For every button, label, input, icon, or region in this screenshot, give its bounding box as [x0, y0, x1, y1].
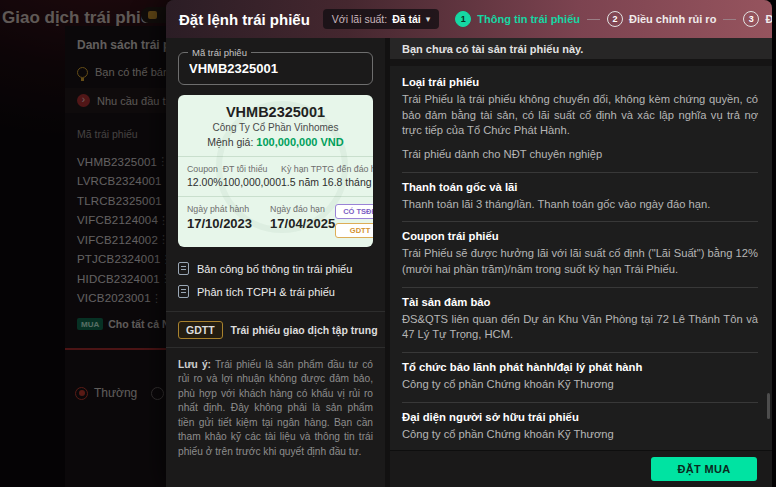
investment-demand-row[interactable]: › Nhu cầu đầu tư: Đ	[65, 88, 166, 113]
section-body: Công ty cổ phần Chứng khoán Kỹ Thương	[402, 427, 758, 443]
bond-list-item[interactable]: VIFCB2124002 ⋮	[77, 230, 162, 250]
document-icon	[178, 262, 189, 275]
radio-icon	[75, 387, 88, 400]
step-number: 2	[607, 11, 623, 27]
bond-summary-pane: Mã trái phiếu VHMB2325001 Công Ty Cổ Phầ…	[166, 38, 385, 487]
bond-list-sidebar: Danh sách trái phiếu c Bạn có thể bán tr…	[65, 26, 166, 487]
more-menu-icon[interactable]: ⋮	[151, 292, 162, 305]
document-link-label: Bản công bố thông tin trái phiếu	[197, 263, 352, 275]
bond-list-item[interactable]: TLRCB2325001 ⋮	[77, 191, 162, 211]
detail-section: Tài sản đảm bảo ĐS&QTS liên quan đến Dự …	[402, 288, 758, 353]
document-link-label: Phân tích TCPH & trái phiếu	[197, 286, 335, 298]
radio-label: Thường	[94, 386, 137, 400]
collateral-badge: CÓ TSĐB	[335, 204, 373, 219]
filter-badge[interactable]: MUA Cho tất cả NĐT	[77, 318, 166, 330]
step-number: 3	[743, 11, 759, 27]
stat-label: ĐT tối thiểu	[223, 164, 281, 174]
no-asset-notice: Bạn chưa có tài sản trái phiếu này.	[390, 38, 772, 59]
bond-card-badges: CÓ TSĐB GDTT	[335, 204, 373, 238]
chevron-right-icon: ›	[77, 94, 90, 107]
detail-section: Coupon trái phiếu Trái Phiếu sẽ được hưở…	[402, 222, 758, 287]
detail-section: Tổ chức bảo lãnh phát hành/đại lý phát h…	[402, 353, 758, 403]
place-order-modal: Đặt lệnh trái phiếu Với lãi suất: Đã tái…	[166, 0, 772, 487]
stat-value: 1.5 năm	[281, 176, 322, 188]
stat-value: 100,000,000	[223, 176, 281, 188]
bond-list: VHMB2325001 ⋮ LVRCB2324001 ⋮ TLRCB232500…	[77, 152, 162, 308]
document-link[interactable]: Bản công bố thông tin trái phiếu	[178, 257, 373, 280]
order-type-radio[interactable]: Thường	[75, 386, 137, 400]
divider	[166, 311, 385, 312]
chevron-down-icon: ▾	[426, 14, 431, 24]
order-type-radio[interactable]: Thỏa	[151, 386, 166, 400]
note-text: Trái phiếu là sản phẩm đầu tư có rủi ro …	[178, 359, 373, 457]
bond-card-header: VHMB2325001 Công Ty Cổ Phần Vinhomes Mện…	[178, 95, 373, 157]
filter-badges-row: MUA Cho tất cả NĐT MUA C	[77, 318, 166, 330]
order-stepper: 1 Thông tin trái phiếu 2 Điều chỉnh rủi …	[455, 11, 772, 27]
bond-code: VIFCB2124004	[77, 214, 158, 226]
bond-stat: ĐT tối thiểu 100,000,000	[223, 164, 281, 188]
step-label: Đặt lệnh	[765, 13, 772, 25]
buy-button[interactable]: ĐẶT MUA	[651, 457, 757, 481]
stat-label: TG đến đáo hạn	[322, 164, 373, 174]
document-link[interactable]: Phân tích TCPH & trái phiếu	[178, 280, 373, 303]
gdtt-badge: GDTT	[335, 223, 373, 238]
bond-list-item[interactable]: VIFCB2124004 ⋮	[77, 211, 162, 231]
rate-dropdown-value: Đã tái	[392, 13, 421, 25]
bond-stat: Kỳ hạn TP 1.5 năm	[281, 164, 322, 188]
gdtt-tag: GDTT	[178, 321, 223, 339]
bond-code: VIFCB2124002	[77, 234, 158, 246]
bond-card-code: VHMB2325001	[186, 104, 365, 120]
bond-list-item[interactable]: HIDCB2324001 ⋮	[77, 269, 162, 289]
bond-code: LVRCB2324001	[77, 175, 162, 187]
bond-card-issuer: Công Ty Cổ Phần Vinhomes	[186, 122, 365, 133]
issue-date-label: Ngày phát hành	[187, 204, 252, 214]
bond-code: TLRCB2325001	[77, 195, 162, 207]
stepper-step: 3 Đặt lệnh	[716, 11, 772, 27]
par-value: 100,000,000 VND	[256, 136, 343, 148]
more-menu-icon[interactable]: ⋮	[157, 155, 166, 168]
modal-body: Mã trái phiếu VHMB2325001 Công Ty Cổ Phầ…	[166, 38, 772, 487]
step-number: 1	[455, 11, 471, 27]
step-label: Điều chỉnh rủi ro	[629, 13, 716, 25]
divider	[166, 347, 385, 348]
more-menu-icon[interactable]: ⋮	[158, 214, 166, 227]
section-title: Loại trái phiếu	[402, 76, 758, 88]
maturity-date-label: Ngày đáo hạn	[270, 204, 335, 214]
section-title: Thanh toán gốc và lãi	[402, 181, 758, 193]
sell-tip-text: Bạn có thể bán trái	[95, 66, 166, 78]
gap	[390, 59, 772, 66]
section-title: Đại diện người sở hữu trái phiếu	[402, 411, 758, 423]
bond-list-item[interactable]: PTJCB2324001 ⋮	[77, 250, 162, 270]
sell-tip-row[interactable]: Bạn có thể bán trái	[77, 66, 166, 78]
scrollbar-thumb[interactable]	[767, 393, 770, 419]
radio-icon	[151, 387, 164, 400]
maturity-date-col: Ngày đáo hạn 17/04/2025	[270, 204, 335, 231]
mua-tag: MUA	[77, 318, 103, 330]
step-connector	[723, 19, 736, 20]
document-links: Bản công bố thông tin trái phiếu Phân tí…	[178, 257, 373, 303]
more-menu-icon[interactable]: ⋮	[158, 233, 166, 246]
detail-section: Loại trái phiếu Trái Phiếu là trái phiếu…	[402, 68, 758, 173]
bond-summary-card: VHMB2325001 Công Ty Cổ Phần Vinhomes Mện…	[178, 95, 373, 247]
document-icon	[178, 285, 189, 298]
bond-stat: Coupon 12.00%	[187, 164, 223, 188]
coin-icon	[148, 11, 157, 19]
gdtt-text: Trái phiếu giao dịch tập trung	[231, 324, 378, 336]
bond-card-dates: Ngày phát hành 17/10/2023 Ngày đáo hạn 1…	[178, 197, 373, 247]
rate-dropdown[interactable]: Với lãi suất: Đã tái ▾	[323, 9, 439, 29]
stepper-step: 2 Điều chỉnh rủi ro	[580, 11, 716, 27]
bond-list-item[interactable]: VICB2023001 ⋮	[77, 289, 162, 309]
section-body: ĐS&QTS liên quan đến Dự án Khu Văn Phòng…	[402, 312, 758, 343]
section-body: Trái Phiếu sẽ được hưởng lãi với lãi suấ…	[402, 246, 758, 277]
section-title: Coupon trái phiếu	[402, 230, 758, 242]
stat-label: Coupon	[187, 164, 223, 174]
bond-list-item[interactable]: VHMB2325001 ⋮	[77, 152, 162, 172]
bond-list-item[interactable]: LVRCB2324001 ⋮	[77, 172, 162, 192]
section-title: Tổ chức bảo lãnh phát hành/đại lý phát h…	[402, 361, 758, 373]
bond-code-field-label: Mã trái phiếu	[188, 47, 251, 58]
maturity-date-value: 17/04/2025	[270, 216, 335, 231]
active-tab-indicator	[65, 348, 166, 350]
section-body: Thanh toán lãi 3 tháng/lần. Thanh toán g…	[402, 197, 758, 213]
detail-section: Đại diện người sở hữu trái phiếu Công ty…	[402, 403, 758, 450]
section-body: Trái Phiếu là trái phiếu không chuyển đổ…	[402, 92, 758, 139]
